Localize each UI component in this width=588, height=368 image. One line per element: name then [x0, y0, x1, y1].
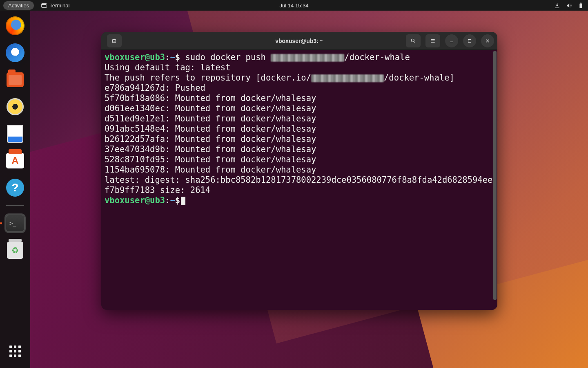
- prompt-sigil: $: [175, 52, 180, 62]
- rhythmbox-icon: [7, 98, 24, 115]
- prompt-userhost-2: vboxuser@ub3: [105, 195, 165, 205]
- dock-help[interactable]: ?: [6, 178, 24, 197]
- dock-separator: [6, 205, 24, 206]
- dock: ? >_: [0, 11, 30, 368]
- out-line-2b: /docker-whale]: [384, 73, 454, 83]
- firefox-icon: [6, 16, 24, 35]
- out-line-3: e786a941267d: Pushed: [105, 83, 205, 93]
- cmd-prefix: sudo docker push: [185, 52, 271, 62]
- volume-icon: [566, 2, 572, 9]
- out-line-6: d511ed9e12e1: Mounted from docker/whales…: [105, 114, 316, 123]
- close-button[interactable]: [481, 34, 494, 47]
- search-icon: [410, 38, 416, 44]
- search-button[interactable]: [406, 34, 421, 47]
- system-tray[interactable]: [554, 2, 584, 9]
- minimize-button[interactable]: [445, 34, 458, 47]
- new-tab-button[interactable]: [107, 34, 122, 47]
- battery-icon: [578, 2, 584, 9]
- prompt-path: ~: [170, 52, 175, 62]
- dock-trash[interactable]: [6, 241, 24, 260]
- trash-icon: [7, 242, 23, 259]
- maximize-button[interactable]: [463, 34, 476, 47]
- dock-files[interactable]: [6, 70, 24, 89]
- svg-point-3: [411, 39, 414, 42]
- close-icon: [485, 38, 490, 44]
- out-line-1: Using default tag: latest: [105, 63, 231, 72]
- dock-terminal[interactable]: >_: [6, 214, 24, 233]
- apps-grid-icon: [9, 346, 21, 357]
- terminal-output[interactable]: vboxuser@ub3:~$ sudo docker push /docker…: [101, 50, 497, 310]
- dock-ubuntu-software[interactable]: [6, 151, 24, 170]
- terminal-icon: >_: [6, 215, 24, 232]
- top-bar-app-label: Terminal: [49, 2, 69, 9]
- gnome-top-bar: Activities Terminal Jul 14 15:34: [0, 0, 588, 11]
- terminal-title: vboxuser@ub3: ~: [275, 38, 323, 44]
- top-bar-app-menu[interactable]: Terminal: [41, 2, 69, 9]
- maximize-icon: [467, 38, 472, 44]
- prompt-colon: :: [165, 52, 170, 62]
- terminal-scrollbar[interactable]: [493, 51, 497, 300]
- terminal-cursor: [181, 197, 185, 205]
- hamburger-icon: [430, 38, 436, 44]
- dock-thunderbird[interactable]: [6, 43, 24, 62]
- svg-rect-4: [468, 39, 471, 42]
- out-line-11: 1154ba695078: Mounted from docker/whales…: [105, 165, 316, 175]
- new-tab-icon: [111, 38, 117, 44]
- out-line-2a: The push refers to repository [docker.io…: [105, 73, 311, 83]
- cmd-suffix: /docker-whale: [344, 52, 410, 62]
- svg-rect-1: [580, 2, 581, 3]
- show-applications-button[interactable]: [6, 342, 24, 361]
- out-line-7: 091abc5148e4: Mounted from docker/whales…: [105, 124, 316, 134]
- out-line-5: d061ee1340ec: Mounted from docker/whales…: [105, 103, 316, 113]
- out-line-9: 37ee47034d9b: Mounted from docker/whales…: [105, 144, 316, 154]
- hamburger-menu-button[interactable]: [425, 34, 440, 47]
- minimize-icon: [449, 38, 454, 44]
- dock-libreoffice-writer[interactable]: [6, 124, 24, 143]
- out-line-4: 5f70bf18a086: Mounted from docker/whales…: [105, 93, 316, 103]
- out-line-12: latest: digest: sha256:bbc8582b128173780…: [105, 175, 492, 195]
- out-line-8: b26122d57afa: Mounted from docker/whales…: [105, 134, 316, 144]
- clock[interactable]: Jul 14 15:34: [280, 2, 309, 9]
- network-icon: [554, 2, 560, 9]
- files-icon: [7, 72, 24, 87]
- prompt-userhost: vboxuser@ub3: [105, 52, 165, 62]
- dock-firefox[interactable]: [6, 16, 24, 35]
- help-icon: ?: [6, 179, 24, 197]
- terminal-icon: [41, 3, 47, 8]
- activities-button[interactable]: Activities: [3, 1, 34, 10]
- terminal-titlebar[interactable]: vboxuser@ub3: ~: [101, 32, 497, 50]
- libreoffice-writer-icon: [7, 125, 23, 143]
- redacted-username: [271, 54, 344, 62]
- svg-rect-0: [579, 3, 582, 8]
- thunderbird-icon: [6, 43, 24, 62]
- terminal-window: vboxuser@ub3: ~ vboxuser@ub3:~$ sudo doc…: [101, 32, 497, 310]
- redacted-repo-owner: [311, 74, 384, 82]
- dock-rhythmbox[interactable]: [6, 97, 24, 116]
- out-line-10: 528c8710fd95: Mounted from docker/whales…: [105, 155, 316, 164]
- ubuntu-software-icon: [6, 153, 24, 168]
